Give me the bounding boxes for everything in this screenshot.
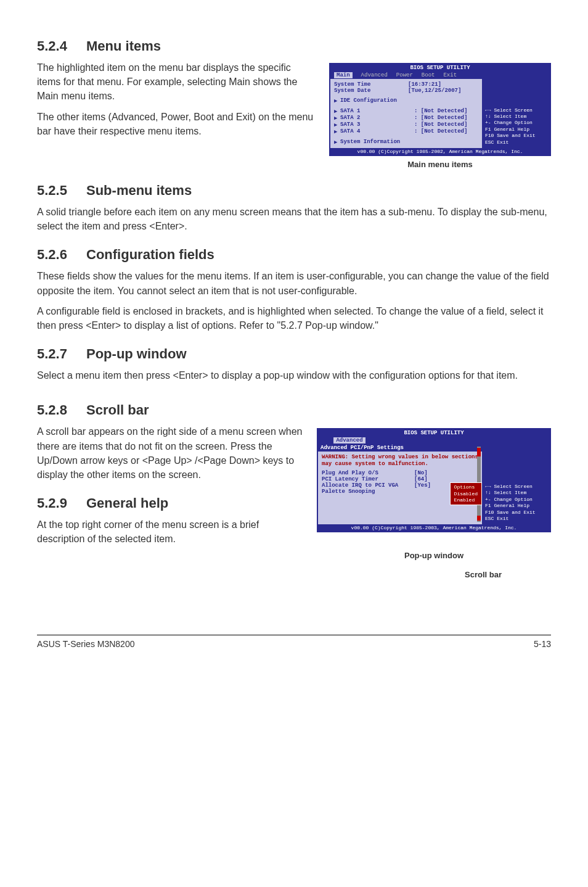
scrollbar-thumb [477, 448, 481, 456]
bios-advanced-screenshot: BIOS SETUP UTILITY . Advanced Advanced P… [317, 428, 551, 579]
footer-page-number: 5-13 [534, 639, 551, 649]
heading-528: 5.2.8Scroll bar [37, 402, 551, 418]
triangle-icon: ▶ [334, 108, 340, 115]
triangle-icon: ▶ [334, 128, 340, 135]
bios-legend: ←→ Select Screen ↑↓ Select Item +- Chang… [482, 79, 550, 148]
p-527-1: Select a menu item then press <Enter> to… [37, 368, 551, 382]
bios-main-screenshot: BIOS SETUP UTILITY Main Advanced Power B… [329, 63, 551, 169]
bios-menubar-adv: . Advanced [318, 437, 550, 444]
triangle-icon: ▶ [334, 122, 340, 128]
p-526-1: These fields show the values for the men… [37, 269, 551, 297]
page-footer: ASUS T-Series M3N8200 5-13 [37, 635, 551, 649]
heading-524: 5.2.4Menu items [37, 38, 551, 54]
bios-title: BIOS SETUP UTILITY [330, 64, 550, 72]
caption-main-menu: Main menu items [329, 160, 551, 169]
bios-copyright: v00.00 (C)Copyright 1985-2003, American … [318, 524, 550, 531]
p-526-2: A configurable field is enclosed in brac… [37, 304, 551, 332]
p-529-1: At the top right corner of the menu scre… [37, 518, 308, 546]
bios-legend: ←→ Select Screen ↑↓ Select Item +- Chang… [482, 444, 550, 524]
footer-left: ASUS T-Series M3N8200 [37, 639, 134, 649]
triangle-icon: ▶ [334, 97, 340, 104]
tab-advanced: Advanced [333, 437, 365, 444]
tab-power: Power [396, 72, 413, 78]
caption-scrollbar: Scroll bar [415, 570, 551, 579]
triangle-icon: ▶ [334, 115, 340, 122]
bios-title: BIOS SETUP UTILITY [318, 429, 550, 437]
tab-exit: Exit [443, 72, 457, 78]
caption-popup: Pop-up window [317, 551, 551, 560]
bios-menubar: Main Advanced Power Boot Exit [330, 72, 550, 79]
tab-advanced: Advanced [361, 72, 388, 78]
warning-text: WARNING: Setting wrong values in below s… [322, 454, 478, 468]
p-524-2: The other items (Advanced, Power, Boot a… [37, 110, 317, 138]
p-525-1: A solid triangle before each item on any… [37, 205, 551, 233]
heading-525: 5.2.5Sub-menu items [37, 183, 551, 199]
tab-boot: Boot [422, 72, 435, 78]
scrollbar-thumb [477, 516, 481, 521]
triangle-icon: ▶ [334, 139, 340, 146]
popup-window: Options Disabled Enabled [450, 482, 482, 505]
adv-subheading: Advanced PCI/PnP Settings [318, 444, 482, 452]
tab-main: Main [334, 72, 353, 78]
p-524-1: The highlighted item on the menu bar dis… [37, 60, 317, 104]
heading-526: 5.2.6Configuration fields [37, 247, 551, 263]
heading-527: 5.2.7Pop-up window [37, 346, 551, 362]
p-528-1: A scroll bar appears on the right side o… [37, 424, 308, 482]
bios-copyright: v00.00 (C)Copyright 1985-2002, American … [330, 148, 550, 155]
